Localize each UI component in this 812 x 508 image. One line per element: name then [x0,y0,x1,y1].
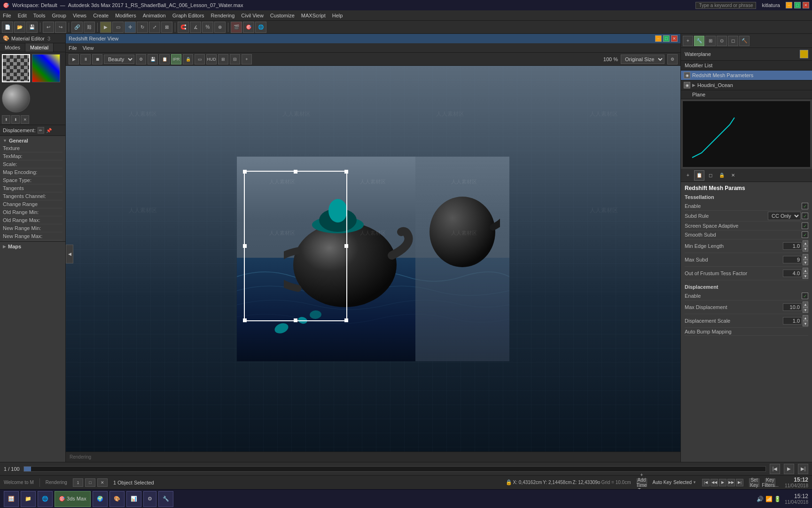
material-ball-sphere[interactable] [2,84,30,112]
active-shade[interactable]: 🌐 [255,22,266,33]
material-ball-checker[interactable] [2,54,30,82]
angle-snap[interactable]: ∡ [190,22,201,33]
left-panel-arrow[interactable]: ◀ [66,245,73,263]
menu-civil-view[interactable]: Civil View [241,13,263,18]
close-button[interactable]: ✕ [803,2,809,8]
app-8[interactable]: 📊 [126,491,141,507]
start-button[interactable]: 🪟 [4,491,19,507]
rs-icon-4[interactable]: 🔒 [717,170,727,181]
motion-panel-btn[interactable]: ⊙ [717,36,727,46]
render-stop-button[interactable]: ⏹ [92,54,102,64]
waterplane-color-swatch[interactable] [800,50,808,58]
move-button[interactable]: ✛ [125,22,136,33]
render-lock-btn[interactable]: 🔒 [183,54,193,64]
unlink-button[interactable]: ⛓ [84,22,95,33]
timeline-bar[interactable] [23,466,766,472]
render-hud-btn[interactable]: HUD [206,54,217,64]
add-time-tag-btn[interactable]: + Add Time Tag [637,478,647,487]
prev-key-btn[interactable]: ◀◀ [710,479,718,486]
max-disp-up[interactable]: ▲ [803,302,808,307]
modifier-eye-houdini[interactable]: ◉ [684,82,690,88]
menu-rendering[interactable]: Rendering [211,13,235,18]
disp-scale-up[interactable]: ▲ [803,315,808,321]
menu-edit[interactable]: Edit [18,13,27,18]
minimize-button[interactable]: – [786,2,792,8]
key-filters-btn[interactable]: Key Filters... [765,478,775,487]
render-compare-btn[interactable]: ⊟ [230,54,240,64]
max-subd-down[interactable]: ▼ [803,260,808,265]
render-ipr-btn[interactable]: IPR [171,54,181,64]
displacement-edit[interactable]: ✏ [38,127,44,134]
min-edge-down[interactable]: ▼ [803,246,808,252]
quick-render[interactable]: 🎯 [243,22,254,33]
zoom-size-select[interactable]: Original Size [621,55,664,64]
render-maximize-button[interactable]: □ [663,35,670,42]
disp-enable-checkbox[interactable] [802,293,808,299]
smooth-subd-checkbox[interactable] [802,231,808,238]
next-frame-btn[interactable]: ▶| [736,479,743,486]
render-menu-view[interactable]: View [83,45,94,51]
general-header[interactable]: ▼ General [3,137,62,144]
modifier-houdini-ocean[interactable]: ◉ ▶ Houdini_Ocean [681,80,812,90]
tab-material[interactable]: Material [25,43,54,52]
uniform-scale-button[interactable]: ⊠ [161,22,172,33]
select-region-button[interactable]: ▭ [112,22,124,33]
modifier-redshift-mesh[interactable]: ◉ Redshift Mesh Parameters [681,71,812,80]
disp-scale-down[interactable]: ▼ [803,321,808,326]
render-close-button[interactable]: ✕ [671,35,678,42]
app-7[interactable]: 🎨 [109,491,125,507]
render-frame[interactable]: 🎬 [231,22,242,33]
rs-icon-1[interactable]: + [683,170,693,181]
status-tab-close[interactable]: ✕ [97,478,108,487]
rotate-button[interactable]: ↻ [137,22,148,33]
display-panel-btn[interactable]: ◻ [728,36,738,46]
timeline-prev-btn[interactable]: |◀ [770,464,780,474]
enable-checkbox[interactable] [802,203,808,209]
menu-animation[interactable]: Animation [143,13,166,18]
hierarchy-panel-btn[interactable]: ⊞ [705,36,716,46]
snap-toggle[interactable]: 🧲 [178,22,189,33]
mat-reset[interactable]: ✕ [21,115,29,124]
file-explorer-btn[interactable]: 📁 [21,491,36,507]
render-region-btn[interactable]: ▭ [195,54,205,64]
link-button[interactable]: 🔗 [71,22,83,33]
play-anim-btn[interactable]: ▶ [719,479,726,486]
menu-file[interactable]: File [3,13,11,18]
out-frustum-input[interactable] [783,270,802,277]
disp-scale-input[interactable] [783,317,802,325]
maximize-button[interactable]: □ [794,2,801,8]
out-frustum-down[interactable]: ▼ [803,273,808,279]
render-minimize-button[interactable]: – [655,35,662,42]
utilities-panel-btn[interactable]: 🔨 [739,36,750,46]
screen-space-checkbox[interactable] [802,222,808,229]
browser-btn[interactable]: 🌐 [38,491,53,507]
max-subd-up[interactable]: ▲ [803,254,808,260]
subd-rule-select[interactable]: CC Only [768,212,801,220]
prev-frame-btn[interactable]: |◀ [702,479,710,486]
open-button[interactable]: 📂 [14,22,25,33]
toggle-left-panel[interactable]: ◀ [66,245,73,263]
3dsmax-btn[interactable]: 🎯 3ds Max [55,491,91,507]
app-9[interactable]: ⚙ [143,491,156,507]
next-key-btn[interactable]: ▶▶ [727,479,735,486]
new-button[interactable]: 📄 [2,22,13,33]
rs-icon-5[interactable]: ✕ [728,170,738,181]
modify-panel-btn[interactable]: 🔧 [694,36,704,46]
status-tab-maximize[interactable]: □ [85,478,95,487]
set-key-btn[interactable]: Set Key [749,478,759,487]
tab-modes[interactable]: Modes [0,43,25,52]
menu-views[interactable]: Views [73,13,86,18]
modifier-plane[interactable]: Plane [681,90,812,99]
menu-maxscript[interactable]: MAXScript [301,13,326,18]
min-edge-up[interactable]: ▲ [803,240,808,246]
menu-customize[interactable]: Customize [270,13,295,18]
material-ball-colorful[interactable] [32,54,60,82]
mat-put-material[interactable]: ⬇ [11,115,20,124]
out-frustum-up[interactable]: ▲ [803,268,808,273]
max-disp-input[interactable] [783,303,802,311]
timeline-next-btn[interactable]: ▶| [798,464,808,474]
save-button[interactable]: 💾 [26,22,38,33]
render-play-button[interactable]: ▶ [69,54,79,64]
chrome-btn[interactable]: 🌍 [93,491,108,507]
maps-header[interactable]: ▶ Maps [3,244,62,249]
